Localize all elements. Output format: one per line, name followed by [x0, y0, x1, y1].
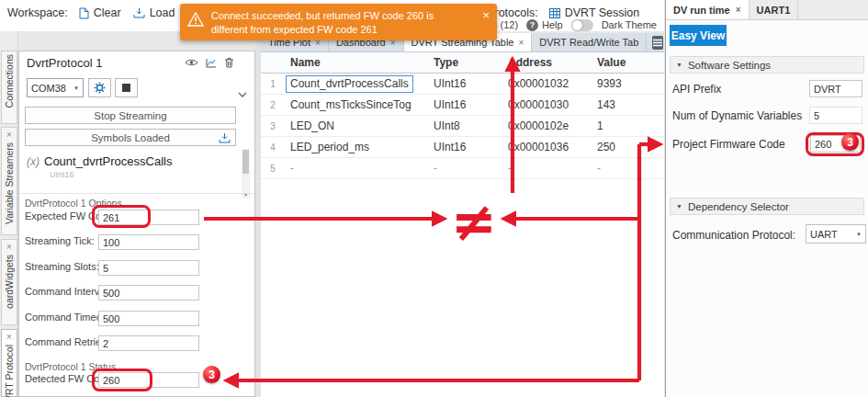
api-prefix-label: API Prefix — [672, 83, 721, 96]
tab-dv-run-time[interactable]: DV run time × — [666, 0, 750, 19]
sidebar-tab-variable-streamers[interactable]: × Variable Streamers — [1, 127, 17, 235]
communication-protocol-label: Communication Protocol: — [672, 229, 795, 242]
notification-banner: Connect succeeded, but returned FW code … — [180, 4, 497, 40]
dark-theme-label: Dark Theme — [602, 19, 657, 30]
streaming-tick-label: Streaming Tick: — [25, 235, 95, 246]
close-icon[interactable]: × — [6, 243, 12, 252]
warning-icon — [187, 12, 204, 27]
num-dynamic-variables-input[interactable] — [809, 107, 862, 124]
menu-icon — [652, 39, 663, 47]
sidebar-tab-connections[interactable]: Connections — [1, 51, 17, 124]
com-port-select[interactable]: COM38 ▼ — [27, 78, 84, 97]
load-icon — [133, 7, 145, 18]
table-row: 3 LED_ON UInt8 0x0000102e 1 — [261, 116, 664, 137]
num-dynamic-variables-label: Num of Dynamic Variables — [672, 109, 802, 122]
close-icon[interactable]: × — [482, 9, 490, 21]
visibility-eye-icon[interactable] — [185, 58, 198, 67]
close-icon[interactable]: × — [518, 38, 524, 48]
scrollbar-thumb[interactable] — [242, 150, 249, 174]
sidebar-tab-board-widgets[interactable]: × oardWidgets — [1, 239, 17, 325]
command-timeout-input[interactable] — [98, 311, 199, 326]
easy-view-button[interactable]: Easy View — [670, 25, 727, 46]
streaming-slots-input[interactable] — [98, 260, 199, 276]
symbols-loaded-button[interactable]: Symbols Loaded — [25, 129, 236, 146]
stop-icon — [122, 84, 130, 92]
detected-fw-code-input[interactable] — [98, 372, 199, 388]
right-tab-bar: DV run time × UART1 — [666, 0, 868, 20]
dependency-selector-header[interactable]: ▼ Dependency Selector — [670, 198, 864, 215]
command-interval-label: Command Interval: — [25, 286, 110, 297]
column-address[interactable]: Address — [502, 56, 592, 69]
table-row: 5 - - - - — [261, 158, 664, 179]
center-panel: Time Plot × Dashboard × DVRT Streaming T… — [261, 33, 664, 397]
left-tab-strip: Connections × Variable Streamers × oardW… — [0, 31, 18, 397]
project-firmware-code-input[interactable] — [810, 135, 861, 153]
tab-uart1[interactable]: UART1 — [750, 0, 799, 19]
variable-prefix: (x) — [27, 155, 39, 168]
right-panel: DV run time × UART1 Easy View ▼ Software… — [665, 0, 868, 397]
trash-icon[interactable] — [224, 57, 234, 68]
load-button[interactable]: Load — [133, 6, 175, 19]
chevron-down-icon: ▼ — [856, 232, 862, 237]
streaming-table: Name Type Address Value 1 Count_dvrtProc… — [261, 52, 664, 179]
panel-title: DvrtProtocol 1 — [27, 56, 102, 70]
close-icon[interactable]: × — [6, 333, 12, 342]
project-firmware-code-label: Project Firmware Code — [672, 138, 785, 151]
close-icon[interactable]: × — [6, 130, 12, 140]
expected-fw-code-input[interactable] — [98, 210, 199, 225]
table-header-row: Name Type Address Value — [261, 52, 664, 74]
variable-list-item[interactable]: (x) Count_dvrtProcessCalls — [27, 154, 172, 168]
import-symbols-icon — [219, 132, 231, 143]
collapse-triangle-icon: ▼ — [676, 62, 682, 68]
column-type[interactable]: Type — [428, 56, 502, 69]
selected-cell[interactable]: Count_dvrtProcessCalls — [286, 75, 413, 93]
command-retries-input[interactable] — [98, 335, 199, 351]
command-interval-input[interactable] — [98, 285, 199, 301]
software-settings-header[interactable]: ▼ Software Settings — [670, 56, 864, 74]
collapse-triangle-icon: ▼ — [676, 203, 682, 210]
sidebar-tab-dvrt-protocol[interactable]: × DVRT Protocol — [1, 329, 17, 397]
session-grid-icon — [549, 8, 560, 18]
table-row: 1 Count_dvrtProcessCalls UInt16 0x000010… — [261, 74, 664, 95]
table-row: 2 Count_msTicksSinceTog UInt16 0x0000103… — [261, 95, 664, 116]
api-prefix-input[interactable] — [809, 80, 862, 97]
status-section-title: DvrtProtocol 1 Status — [25, 361, 116, 372]
dvrt-session-button[interactable]: DVRT Session — [549, 6, 640, 19]
options-section-title: DvrtProtocol 1 Options — [25, 198, 122, 209]
settings-gear-button[interactable] — [88, 78, 111, 97]
dvrt-protocol-panel: DvrtProtocol 1 COM38 ▼ Stop Streaming Sy… — [18, 51, 255, 397]
notification-message: Connect succeeded, but returned FW code … — [211, 9, 461, 37]
plot-icon[interactable] — [206, 58, 217, 68]
stop-streaming-button[interactable]: Stop Streaming — [25, 107, 236, 124]
help-icon: ? — [526, 19, 538, 31]
chevron-down-icon: ▼ — [73, 85, 79, 91]
communication-protocol-select[interactable]: UART ▼ — [806, 224, 866, 244]
workspace-label: Workspace: — [7, 6, 68, 19]
gear-icon — [94, 82, 106, 94]
table-row: 4 LED_period_ms UInt16 0x00001036 250 — [261, 137, 664, 158]
toolbar-row-2: s (12) ? Help Dark Theme — [492, 18, 664, 31]
divider — [19, 193, 254, 194]
variable-list-scrollbar[interactable]: ▾ — [242, 149, 250, 198]
chevron-down-icon[interactable] — [238, 92, 247, 97]
toggle-knob — [572, 20, 582, 30]
help-button[interactable]: ? Help — [526, 19, 563, 31]
variable-type: UInt16 — [50, 170, 74, 179]
streaming-slots-label: Streaming Slots: — [25, 261, 99, 272]
document-icon — [79, 7, 89, 19]
close-icon[interactable]: × — [736, 5, 741, 15]
variable-name: Count_dvrtProcessCalls — [44, 154, 172, 168]
streaming-tick-input[interactable] — [98, 234, 199, 250]
stop-button[interactable] — [115, 78, 138, 97]
clear-button[interactable]: Clear — [79, 6, 121, 19]
command-retries-label: Command Retries: — [25, 336, 109, 347]
column-name[interactable]: Name — [285, 56, 428, 69]
tab-menu-button[interactable] — [652, 36, 663, 50]
tab-dvrt-read-write[interactable]: DVRT Read/Write Tab — [532, 33, 647, 51]
dark-theme-toggle[interactable] — [571, 19, 593, 31]
column-value[interactable]: Value — [592, 56, 664, 69]
